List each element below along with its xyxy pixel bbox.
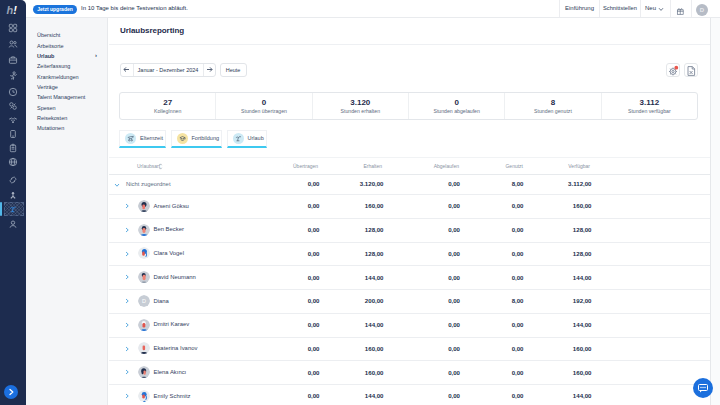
svg-text:D: D	[142, 298, 146, 304]
